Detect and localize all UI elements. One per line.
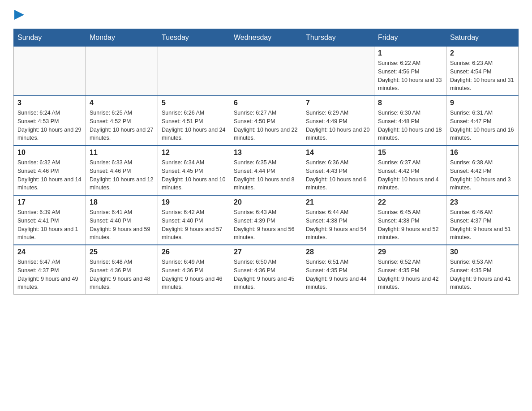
calendar-cell: 3Sunrise: 6:24 AMSunset: 4:53 PMDaylight… — [14, 96, 86, 146]
logo — [13, 9, 24, 20]
calendar-cell: 17Sunrise: 6:39 AMSunset: 4:41 PMDayligh… — [14, 195, 86, 245]
calendar-cell: 8Sunrise: 6:30 AMSunset: 4:48 PMDaylight… — [374, 96, 446, 146]
calendar-cell: 7Sunrise: 6:29 AMSunset: 4:49 PMDaylight… — [302, 96, 374, 146]
calendar-cell: 25Sunrise: 6:48 AMSunset: 4:36 PMDayligh… — [86, 245, 158, 295]
day-header-wednesday: Wednesday — [230, 29, 302, 47]
calendar-cell: 26Sunrise: 6:49 AMSunset: 4:36 PMDayligh… — [158, 245, 230, 295]
day-number: 25 — [90, 248, 154, 256]
day-info: Sunrise: 6:31 AMSunset: 4:47 PMDaylight:… — [450, 109, 515, 142]
day-number: 29 — [378, 248, 442, 256]
day-number: 11 — [90, 149, 154, 157]
day-info: Sunrise: 6:34 AMSunset: 4:45 PMDaylight:… — [162, 158, 226, 192]
day-info: Sunrise: 6:49 AMSunset: 4:36 PMDaylight:… — [162, 258, 226, 291]
calendar-cell — [302, 47, 374, 96]
day-number: 22 — [378, 198, 442, 206]
calendar-cell: 2Sunrise: 6:23 AMSunset: 4:54 PMDaylight… — [446, 47, 519, 96]
calendar-cell: 22Sunrise: 6:45 AMSunset: 4:38 PMDayligh… — [374, 195, 446, 245]
calendar-cell: 21Sunrise: 6:44 AMSunset: 4:38 PMDayligh… — [302, 195, 374, 245]
day-number: 10 — [17, 149, 82, 157]
calendar-cell: 14Sunrise: 6:36 AMSunset: 4:43 PMDayligh… — [302, 146, 374, 195]
day-number: 26 — [162, 248, 226, 256]
day-number: 30 — [450, 248, 515, 256]
calendar-cell: 11Sunrise: 6:33 AMSunset: 4:46 PMDayligh… — [86, 146, 158, 195]
calendar-cell: 27Sunrise: 6:50 AMSunset: 4:36 PMDayligh… — [230, 245, 302, 295]
svg-marker-0 — [14, 10, 24, 20]
calendar-cell — [230, 47, 302, 96]
day-number: 3 — [17, 99, 82, 107]
calendar-cell: 9Sunrise: 6:31 AMSunset: 4:47 PMDaylight… — [446, 96, 519, 146]
calendar-week-row: 10Sunrise: 6:32 AMSunset: 4:46 PMDayligh… — [14, 146, 519, 195]
page-header — [13, 9, 519, 20]
day-info: Sunrise: 6:43 AMSunset: 4:39 PMDaylight:… — [234, 208, 298, 242]
calendar-cell: 10Sunrise: 6:32 AMSunset: 4:46 PMDayligh… — [14, 146, 86, 195]
day-number: 27 — [234, 248, 298, 256]
calendar-cell: 16Sunrise: 6:38 AMSunset: 4:42 PMDayligh… — [446, 146, 519, 195]
calendar-header-row: SundayMondayTuesdayWednesdayThursdayFrid… — [14, 29, 519, 47]
day-number: 5 — [162, 99, 226, 107]
day-info: Sunrise: 6:50 AMSunset: 4:36 PMDaylight:… — [234, 258, 298, 291]
day-info: Sunrise: 6:37 AMSunset: 4:42 PMDaylight:… — [378, 158, 442, 192]
day-info: Sunrise: 6:51 AMSunset: 4:35 PMDaylight:… — [306, 258, 370, 291]
day-number: 14 — [306, 149, 370, 157]
calendar-cell: 12Sunrise: 6:34 AMSunset: 4:45 PMDayligh… — [158, 146, 230, 195]
calendar-cell: 4Sunrise: 6:25 AMSunset: 4:52 PMDaylight… — [86, 96, 158, 146]
day-info: Sunrise: 6:41 AMSunset: 4:40 PMDaylight:… — [90, 208, 154, 242]
day-number: 20 — [234, 198, 298, 206]
calendar-cell — [158, 47, 230, 96]
day-info: Sunrise: 6:30 AMSunset: 4:48 PMDaylight:… — [378, 109, 442, 142]
day-number: 1 — [378, 49, 442, 57]
calendar-cell — [14, 47, 86, 96]
day-number: 16 — [450, 149, 515, 157]
day-header-monday: Monday — [86, 29, 158, 47]
day-header-tuesday: Tuesday — [158, 29, 230, 47]
calendar-cell: 5Sunrise: 6:26 AMSunset: 4:51 PMDaylight… — [158, 96, 230, 146]
day-info: Sunrise: 6:25 AMSunset: 4:52 PMDaylight:… — [90, 109, 154, 142]
day-number: 28 — [306, 248, 370, 256]
day-number: 17 — [17, 198, 82, 206]
calendar-week-row: 3Sunrise: 6:24 AMSunset: 4:53 PMDaylight… — [14, 96, 519, 146]
day-number: 7 — [306, 99, 370, 107]
calendar-cell — [86, 47, 158, 96]
calendar-table: SundayMondayTuesdayWednesdayThursdayFrid… — [13, 29, 519, 295]
calendar-cell: 28Sunrise: 6:51 AMSunset: 4:35 PMDayligh… — [302, 245, 374, 295]
day-number: 23 — [450, 198, 515, 206]
day-info: Sunrise: 6:47 AMSunset: 4:37 PMDaylight:… — [17, 258, 82, 291]
calendar-week-row: 17Sunrise: 6:39 AMSunset: 4:41 PMDayligh… — [14, 195, 519, 245]
calendar-cell: 29Sunrise: 6:52 AMSunset: 4:35 PMDayligh… — [374, 245, 446, 295]
day-info: Sunrise: 6:39 AMSunset: 4:41 PMDaylight:… — [17, 208, 82, 242]
day-info: Sunrise: 6:29 AMSunset: 4:49 PMDaylight:… — [306, 109, 370, 142]
day-info: Sunrise: 6:32 AMSunset: 4:46 PMDaylight:… — [17, 158, 82, 192]
day-info: Sunrise: 6:48 AMSunset: 4:36 PMDaylight:… — [90, 258, 154, 291]
calendar-cell: 19Sunrise: 6:42 AMSunset: 4:40 PMDayligh… — [158, 195, 230, 245]
calendar-cell: 23Sunrise: 6:46 AMSunset: 4:37 PMDayligh… — [446, 195, 519, 245]
day-header-friday: Friday — [374, 29, 446, 47]
day-header-saturday: Saturday — [446, 29, 519, 47]
day-number: 4 — [90, 99, 154, 107]
day-info: Sunrise: 6:42 AMSunset: 4:40 PMDaylight:… — [162, 208, 226, 242]
calendar-cell: 6Sunrise: 6:27 AMSunset: 4:50 PMDaylight… — [230, 96, 302, 146]
day-number: 6 — [234, 99, 298, 107]
day-number: 12 — [162, 149, 226, 157]
day-info: Sunrise: 6:27 AMSunset: 4:50 PMDaylight:… — [234, 109, 298, 142]
calendar-week-row: 1Sunrise: 6:22 AMSunset: 4:56 PMDaylight… — [14, 47, 519, 96]
day-info: Sunrise: 6:36 AMSunset: 4:43 PMDaylight:… — [306, 158, 370, 192]
day-number: 18 — [90, 198, 154, 206]
day-info: Sunrise: 6:26 AMSunset: 4:51 PMDaylight:… — [162, 109, 226, 142]
calendar-cell: 15Sunrise: 6:37 AMSunset: 4:42 PMDayligh… — [374, 146, 446, 195]
calendar-week-row: 24Sunrise: 6:47 AMSunset: 4:37 PMDayligh… — [14, 245, 519, 295]
day-info: Sunrise: 6:38 AMSunset: 4:42 PMDaylight:… — [450, 158, 515, 192]
day-number: 24 — [17, 248, 82, 256]
day-header-thursday: Thursday — [302, 29, 374, 47]
day-number: 9 — [450, 99, 515, 107]
day-number: 19 — [162, 198, 226, 206]
day-header-sunday: Sunday — [14, 29, 86, 47]
calendar-cell: 1Sunrise: 6:22 AMSunset: 4:56 PMDaylight… — [374, 47, 446, 96]
day-info: Sunrise: 6:23 AMSunset: 4:54 PMDaylight:… — [450, 59, 515, 93]
calendar-cell: 24Sunrise: 6:47 AMSunset: 4:37 PMDayligh… — [14, 245, 86, 295]
calendar-cell: 18Sunrise: 6:41 AMSunset: 4:40 PMDayligh… — [86, 195, 158, 245]
calendar-cell: 20Sunrise: 6:43 AMSunset: 4:39 PMDayligh… — [230, 195, 302, 245]
day-info: Sunrise: 6:44 AMSunset: 4:38 PMDaylight:… — [306, 208, 370, 242]
day-info: Sunrise: 6:52 AMSunset: 4:35 PMDaylight:… — [378, 258, 442, 291]
day-info: Sunrise: 6:22 AMSunset: 4:56 PMDaylight:… — [378, 59, 442, 93]
calendar-cell: 30Sunrise: 6:53 AMSunset: 4:35 PMDayligh… — [446, 245, 519, 295]
